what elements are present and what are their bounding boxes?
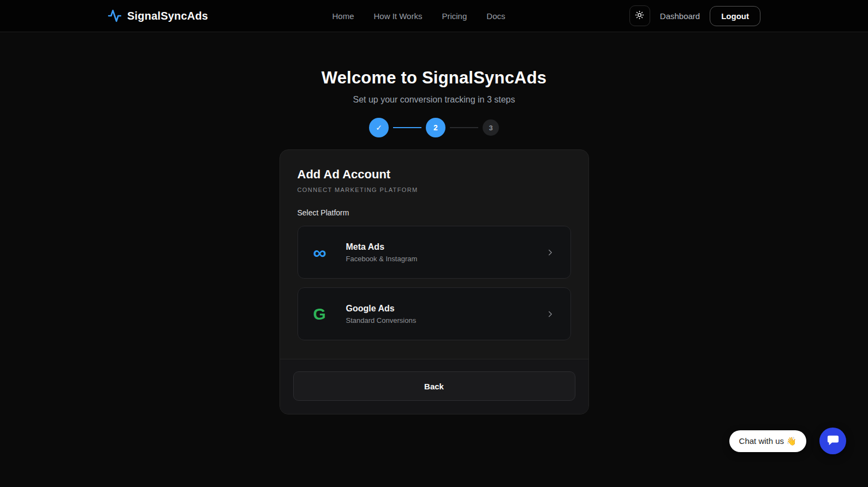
back-button[interactable]: Back <box>293 371 575 401</box>
nav-link-home[interactable]: Home <box>332 11 354 21</box>
step-3-upcoming: 3 <box>483 119 499 136</box>
platform-option-meta-ads[interactable]: ∞ Meta Ads Facebook & Instagram <box>298 226 571 279</box>
nav-link-how-it-works[interactable]: How It Works <box>374 11 423 21</box>
platform-description: Facebook & Instagram <box>346 255 418 263</box>
nav-right-controls: Dashboard Logout <box>629 5 760 26</box>
page-title: Welcome to SignalSyncAds <box>0 68 868 88</box>
activity-pulse-icon <box>108 9 122 23</box>
chat-widget: Chat with us 👋 <box>729 428 846 454</box>
card-subtitle: CONNECT MARKETING PLATFORM <box>298 187 571 193</box>
nav-link-docs[interactable]: Docs <box>486 11 505 21</box>
sun-icon <box>635 10 644 21</box>
card-footer: Back <box>280 359 588 414</box>
platform-text: Meta Ads Facebook & Instagram <box>346 242 418 263</box>
logout-button[interactable]: Logout <box>710 6 760 26</box>
navbar-inner: SignalSyncAds Home How It Works Pricing … <box>108 0 760 32</box>
card-body: Add Ad Account CONNECT MARKETING PLATFOR… <box>280 150 588 359</box>
step-1-completed: ✓ <box>369 118 389 137</box>
card-title: Add Ad Account <box>298 167 571 182</box>
chat-launcher-button[interactable] <box>819 428 846 454</box>
platform-name: Google Ads <box>346 304 417 314</box>
platform-text: Google Ads Standard Conversions <box>346 304 417 324</box>
select-platform-label: Select Platform <box>298 208 571 217</box>
platform-name: Meta Ads <box>346 242 418 252</box>
add-ad-account-card: Add Ad Account CONNECT MARKETING PLATFOR… <box>280 149 589 414</box>
step-connector-1 <box>393 127 421 128</box>
page-subtitle: Set up your conversion tracking in 3 ste… <box>0 95 868 105</box>
navbar: SignalSyncAds Home How It Works Pricing … <box>0 0 868 32</box>
chevron-right-icon <box>545 248 555 257</box>
chevron-right-icon <box>545 309 555 319</box>
google-g-icon: G <box>313 306 335 322</box>
chat-bubble-icon <box>827 434 839 448</box>
main-content: Welcome to SignalSyncAds Set up your con… <box>0 32 868 414</box>
nav-link-dashboard[interactable]: Dashboard <box>660 11 700 21</box>
theme-toggle-button[interactable] <box>629 5 650 26</box>
brand-name: SignalSyncAds <box>127 10 208 22</box>
meta-infinity-icon: ∞ <box>313 243 335 262</box>
platform-option-google-ads[interactable]: G Google Ads Standard Conversions <box>298 287 571 340</box>
stepper: ✓ 2 3 <box>0 118 868 137</box>
brand[interactable]: SignalSyncAds <box>108 9 208 23</box>
nav-link-pricing[interactable]: Pricing <box>442 11 467 21</box>
chat-with-us-button[interactable]: Chat with us 👋 <box>729 430 806 452</box>
step-2-active: 2 <box>426 118 445 137</box>
step-connector-2 <box>450 127 478 128</box>
platform-description: Standard Conversions <box>346 316 417 324</box>
nav-links: Home How It Works Pricing Docs <box>332 11 506 21</box>
